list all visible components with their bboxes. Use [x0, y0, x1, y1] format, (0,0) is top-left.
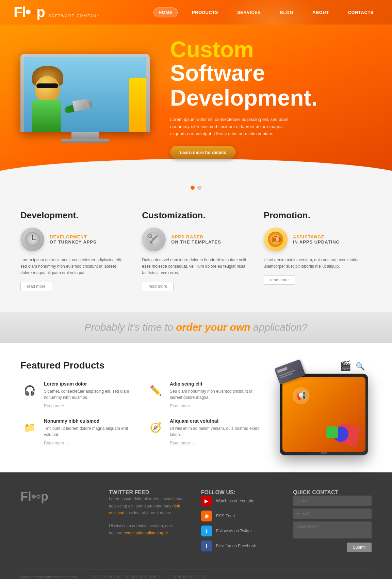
product-read-more-4[interactable]: Read more →	[170, 441, 195, 445]
product-title-4: Aliquam erat volutpat	[170, 418, 263, 424]
product-desc-2: Sed diam nonummy nibh euismod tincidunt …	[170, 388, 263, 401]
feature-development-read-more[interactable]: read more	[20, 282, 52, 291]
footer-twitter-heading: TWITTER FEED	[109, 489, 187, 496]
nav-about[interactable]: ABOUT	[308, 8, 334, 17]
products-section: Featured Products 🎧 Lorem ipsum dolor Si…	[0, 343, 392, 472]
product-read-more-2[interactable]: Read more →	[170, 404, 195, 408]
footer-bottom: www.heritagechristiancollege.com FLOOP ©…	[20, 569, 372, 579]
nav-home[interactable]: HOME	[153, 7, 178, 17]
products-right: 🎬 🔍 📢	[276, 360, 372, 455]
contact-submit-button[interactable]: Submit	[347, 543, 372, 552]
product-desc-4: Ut wisi enim ad minim veniam, quis nostr…	[170, 425, 263, 438]
product-desc-1: Sit amet, consectetuer adipiscing elit, …	[44, 388, 137, 401]
contact-comments-input[interactable]	[293, 521, 372, 538]
slider-dot-1[interactable]	[191, 186, 195, 190]
product-item-1: 🎧 Lorem ipsum dolor Sit amet, consectetu…	[20, 381, 137, 409]
youtube-label: Watch us on Youtube	[216, 499, 255, 503]
hero-title-accent: Custom	[170, 38, 372, 61]
logo-area: Flp SOFTWARE COMPANY	[14, 4, 100, 20]
folder-icon: 📁	[20, 418, 39, 437]
hero-monitor	[20, 54, 150, 143]
logo-subtitle: SOFTWARE COMPANY	[48, 14, 100, 18]
nav-services[interactable]: SERVICES	[232, 8, 266, 17]
feature-customization: Customization. APPS BASED ON THE TEMPLAT…	[142, 210, 250, 292]
hero-section: Custom SoftwareDevelopment. Lorem ipsum …	[0, 25, 392, 179]
social-youtube: ▶ Watch us on Youtube	[201, 496, 280, 506]
product-item-3: 📁 Nonummy nibh euismod Tincidunt ut laor…	[20, 418, 137, 446]
floating-icons: 🎬 🔍	[340, 360, 365, 371]
svg-rect-13	[273, 238, 276, 241]
feature-promotion-heading: Promotion.	[264, 210, 372, 221]
logo: Flp	[14, 4, 45, 20]
contact-email-input[interactable]	[293, 508, 372, 519]
footer-follow-heading: FOLLOW US:	[201, 489, 280, 496]
product-read-more-3[interactable]: Read more →	[44, 441, 69, 445]
nav-blog[interactable]: BLOG	[275, 8, 298, 17]
product-desc-3: Tincidunt ut laoreet dolore magna aliqua…	[44, 425, 137, 438]
rss-label: RSS Feed	[216, 514, 235, 518]
product-title-2: Adipiscing elit	[170, 381, 263, 387]
slider-dot-2[interactable]	[197, 186, 201, 190]
tablet-visual: 🎬 🔍 📢	[276, 360, 372, 455]
nav-products[interactable]: PRODUCTS	[187, 8, 223, 17]
features-section: Development. DEVELOPMENT OF TURNKEY APPS…	[0, 193, 392, 312]
pencil-icon: ✏️	[146, 381, 165, 400]
cta-text: Probably it's time to order your own app…	[20, 322, 372, 333]
feature-development-desc: Lorem ipsum dolor sit amet, consectetuer…	[20, 257, 128, 277]
header: Flp SOFTWARE COMPANY HOME PRODUCTS SERVI…	[0, 0, 392, 25]
footer: Flp TWITTER FEED Lorem ipsum dolor sit a…	[0, 472, 392, 579]
product-read-more-1[interactable]: Read more →	[44, 404, 69, 408]
feature-development-label-bottom: OF TURNKEY APPS	[50, 239, 97, 245]
footer-brand-col: Flp	[20, 489, 95, 555]
rss-icon: ◉	[201, 511, 212, 521]
cta-text-before: Probably it's time to	[84, 322, 176, 333]
product-item-2: ✏️ Adipiscing elit Sed diam nonummy nibh…	[146, 381, 263, 409]
nav-contacts[interactable]: CONTACTS	[343, 8, 378, 17]
cta-accent: order your own	[176, 322, 250, 333]
product-info-3: Nonummy nibh euismod Tincidunt ut laoree…	[44, 418, 137, 446]
feature-customization-label-bottom: ON THE TEMPLATES	[171, 239, 221, 245]
social-rss: ◉ RSS Feed	[201, 511, 280, 521]
footer-grid: Flp TWITTER FEED Lorem ipsum dolor sit a…	[20, 489, 372, 555]
footer-contact-heading: QUICK CONTACT	[293, 489, 372, 496]
feature-customization-read-more[interactable]: read more	[142, 282, 174, 291]
twitter-icon: t	[201, 526, 212, 536]
footer-logo: Flp	[20, 489, 95, 504]
product-item-4: 🧭 Aliquam erat volutpat Ut wisi enim ad …	[146, 418, 263, 446]
feature-customization-label-top: APPS BASED	[171, 234, 221, 239]
social-facebook: f Be a fan on Facebook	[201, 541, 280, 551]
compass-icon: 🧭	[146, 418, 165, 437]
twitter-link-1[interactable]: nibh euismod	[109, 504, 180, 515]
feature-promotion-label-top: ASSISTANCE	[293, 234, 340, 239]
footer-twitter-col: TWITTER FEED Lorem ipsum dolor sit amet,…	[109, 489, 187, 555]
footer-social-col: FOLLOW US: ▶ Watch us on Youtube ◉ RSS F…	[201, 489, 280, 555]
battery-icon	[264, 228, 288, 251]
product-info-1: Lorem ipsum dolor Sit amet, consectetuer…	[44, 381, 137, 409]
youtube-icon: ▶	[201, 496, 212, 506]
social-twitter: t Follow us on Twitter	[201, 526, 280, 536]
privacy-policy-link[interactable]: PRIVACY POLICY	[174, 575, 205, 579]
hero-description: Lorem ipsum dolor sit, corisectetuer adi…	[170, 116, 299, 137]
slider-dots	[0, 179, 392, 193]
clock-icon	[20, 228, 44, 251]
svg-point-4	[32, 239, 33, 240]
cta-banner: Probably it's time to order your own app…	[0, 312, 392, 343]
feature-promotion: Promotion. ASSISTANCE IN APPS UPDATING U…	[264, 210, 372, 292]
tablet-body: 📢	[280, 374, 368, 455]
hero-cta-button[interactable]: Learn more for details	[170, 146, 236, 159]
products-left: Featured Products 🎧 Lorem ipsum dolor Si…	[20, 360, 263, 455]
product-title-3: Nonummy nibh euismod	[44, 418, 137, 424]
feature-promotion-read-more[interactable]: read more	[264, 275, 295, 285]
hero-title-rest: SoftwareDevelopment.	[170, 61, 372, 110]
feature-development-label-top: DEVELOPMENT	[50, 234, 97, 239]
feature-customization-desc: Duis autem vel eum iriure dolor in hendr…	[142, 257, 250, 277]
facebook-label: Be a fan on Facebook	[216, 544, 256, 548]
tools-icon	[142, 228, 166, 251]
products-heading: Featured Products	[20, 360, 263, 371]
feature-development-heading: Development.	[20, 210, 128, 221]
footer-twitter-text: Lorem ipsum dolor sit amet, consectetuer…	[109, 496, 187, 516]
contact-name-input[interactable]	[293, 496, 372, 506]
twitter-link-2[interactable]: exerci tation ullamcorper	[124, 531, 168, 535]
product-title-1: Lorem ipsum dolor	[44, 381, 137, 387]
product-info-4: Aliquam erat volutpat Ut wisi enim ad mi…	[170, 418, 263, 446]
